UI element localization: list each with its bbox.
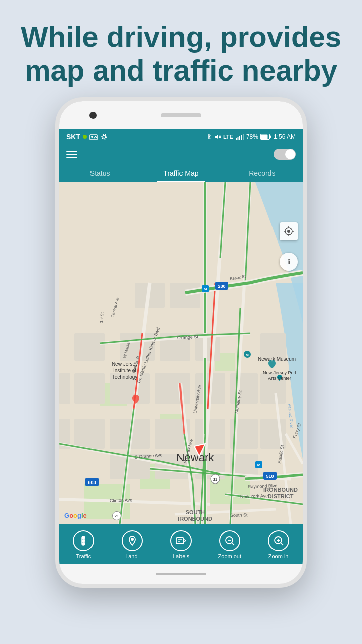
hamburger-button[interactable] xyxy=(66,151,77,158)
phone-bottom-bezel xyxy=(59,564,303,584)
svg-text:280: 280 xyxy=(218,284,225,289)
traffic-icon xyxy=(73,530,94,551)
nav-zoom-out-label: Zoom out xyxy=(218,553,241,559)
camera-icon xyxy=(89,112,97,119)
svg-point-135 xyxy=(131,538,134,541)
svg-text:1st St: 1st St xyxy=(99,312,105,324)
svg-point-2 xyxy=(103,135,106,138)
svg-text:IRONBOUND: IRONBOUND xyxy=(263,487,298,493)
svg-text:DISTRICT: DISTRICT xyxy=(268,493,294,499)
svg-rect-39 xyxy=(74,419,105,449)
nav-zoom-in-label: Zoom in xyxy=(268,553,289,559)
svg-point-125 xyxy=(287,230,290,233)
svg-marker-4 xyxy=(215,134,218,139)
svg-rect-40 xyxy=(74,373,105,404)
status-right: LTE 78% 1:56 AM xyxy=(205,133,296,140)
bluetooth-icon xyxy=(205,133,212,140)
svg-text:New Jersey Perf: New Jersey Perf xyxy=(263,370,297,375)
nav-traffic[interactable]: Traffic xyxy=(59,530,108,559)
battery-icon xyxy=(260,134,272,140)
phone-top-bezel xyxy=(59,101,303,129)
status-bar: SKT LTE 78% xyxy=(59,129,303,145)
svg-text:IRONBOUND: IRONBOUND xyxy=(178,516,212,522)
speaker xyxy=(161,113,201,117)
nav-labels[interactable]: Labels xyxy=(157,530,206,559)
nav-landmark[interactable]: Land- xyxy=(108,530,157,559)
labels-icon xyxy=(170,530,192,551)
nav-zoom-in[interactable]: Zoom in xyxy=(254,530,303,559)
svg-text:Institute of: Institute of xyxy=(113,368,136,373)
home-indicator xyxy=(156,573,206,575)
headline-section: While driving, provides map and traffic … xyxy=(0,0,362,97)
svg-rect-36 xyxy=(230,373,258,404)
zoom-in-icon xyxy=(268,530,289,551)
svg-text:New Jersey: New Jersey xyxy=(112,361,138,367)
svg-rect-10 xyxy=(241,135,242,140)
gallery-icon xyxy=(89,133,98,140)
svg-rect-8 xyxy=(237,137,238,140)
phone-mockup: SKT LTE 78% xyxy=(50,97,312,644)
svg-text:510: 510 xyxy=(266,474,274,479)
signal-icon xyxy=(235,133,244,140)
svg-rect-14 xyxy=(261,135,267,139)
svg-line-142 xyxy=(232,543,234,545)
location-icon xyxy=(284,226,294,236)
svg-text:South St: South St xyxy=(230,513,248,518)
svg-text:Arts Center: Arts Center xyxy=(268,376,291,381)
toggle-knob xyxy=(285,149,295,159)
status-left: SKT xyxy=(66,133,108,141)
svg-rect-13 xyxy=(269,136,271,138)
svg-rect-38 xyxy=(170,283,200,308)
nav-labels-label: Labels xyxy=(173,553,189,559)
battery-text: 78% xyxy=(246,133,258,140)
svg-text:Newark Museum: Newark Museum xyxy=(258,356,296,362)
volume-mute-icon xyxy=(214,133,221,140)
svg-text:M: M xyxy=(204,287,207,291)
svg-text:Technology: Technology xyxy=(112,374,138,380)
map-container[interactable]: Orange St S Orange Ave Raymond Blvd New … xyxy=(59,182,303,524)
tab-bar: Status Traffic Map Records xyxy=(59,164,303,182)
svg-text:M: M xyxy=(246,353,249,357)
svg-rect-9 xyxy=(239,136,240,140)
tab-records[interactable]: Records xyxy=(222,164,303,182)
nav-zoom-out[interactable]: Zoom out xyxy=(205,530,254,559)
zoom-out-icon xyxy=(219,530,240,551)
tab-traffic-map[interactable]: Traffic Map xyxy=(140,164,221,182)
settings-icon xyxy=(100,133,108,140)
nav-landmark-label: Land- xyxy=(125,553,139,559)
svg-text:21: 21 xyxy=(213,478,217,481)
svg-rect-25 xyxy=(155,373,190,404)
bottom-nav: Traffic Land- Labels Zoom out xyxy=(59,524,303,564)
time-text: 1:56 AM xyxy=(274,133,296,140)
phone-frame: SKT LTE 78% xyxy=(55,97,307,588)
map-svg: Orange St S Orange Ave Raymond Blvd New … xyxy=(59,182,303,524)
main-toggle[interactable] xyxy=(274,149,296,160)
lte-text: LTE xyxy=(223,134,233,140)
location-button[interactable] xyxy=(280,222,298,240)
svg-rect-29 xyxy=(195,419,225,449)
carrier-text: SKT xyxy=(66,133,80,141)
svg-point-1 xyxy=(91,136,93,138)
svg-text:New York Ave: New York Ave xyxy=(240,493,268,499)
google-logo: Google xyxy=(64,512,87,519)
svg-rect-136 xyxy=(176,538,184,544)
headline-text: While driving, provides map and traffic … xyxy=(20,20,342,87)
svg-marker-137 xyxy=(184,539,186,542)
svg-rect-7 xyxy=(236,138,237,140)
svg-line-146 xyxy=(281,543,283,545)
svg-text:SOUTH: SOUTH xyxy=(186,509,205,515)
svg-point-132 xyxy=(82,539,85,542)
gps-dot xyxy=(83,135,87,139)
svg-text:603: 603 xyxy=(88,480,96,485)
landmark-icon xyxy=(122,530,143,551)
tab-status[interactable]: Status xyxy=(59,164,140,182)
app-header xyxy=(59,145,303,164)
svg-text:Newark: Newark xyxy=(176,451,215,464)
svg-rect-41 xyxy=(74,333,105,361)
svg-text:Clinton Ave: Clinton Ave xyxy=(110,498,133,504)
svg-rect-43 xyxy=(59,373,70,404)
svg-rect-11 xyxy=(243,134,244,140)
svg-text:M: M xyxy=(257,463,261,467)
nav-traffic-label: Traffic xyxy=(76,553,91,559)
info-icon: ℹ xyxy=(288,258,290,266)
